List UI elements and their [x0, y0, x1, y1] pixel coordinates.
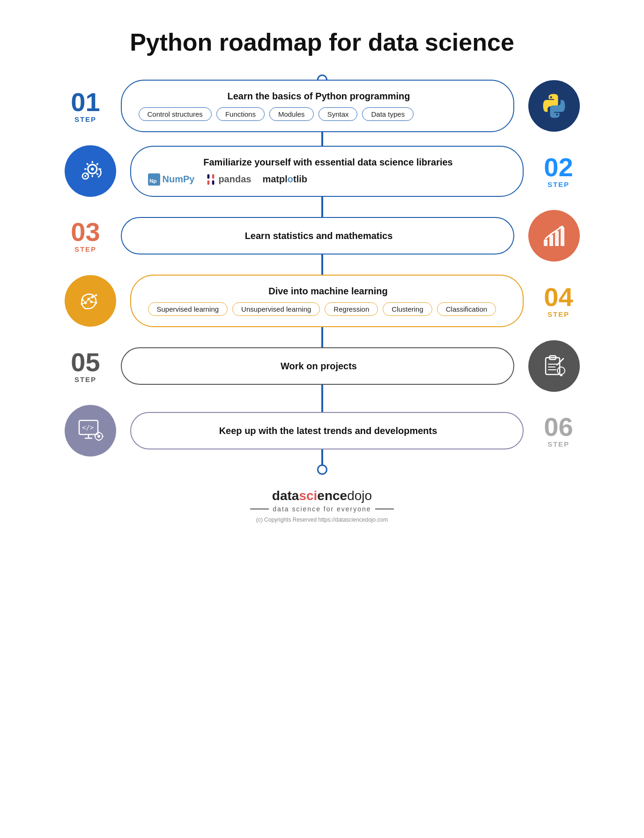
- step-title-5: Work on projects: [139, 361, 499, 372]
- tag-modules: Modules: [269, 107, 314, 121]
- libs-row: Np NumPy pandas matplotlib: [148, 173, 308, 186]
- svg-point-53: [97, 435, 100, 438]
- matplotlib-lib: matplotlib: [262, 174, 307, 185]
- chart-svg: [539, 221, 569, 251]
- gears-icon: [65, 145, 116, 197]
- svg-rect-4: [207, 180, 210, 184]
- pandas-icon: [206, 173, 216, 186]
- step-label-1: STEP: [74, 115, 96, 123]
- step-label-2: STEP: [548, 180, 570, 188]
- svg-point-7: [91, 168, 94, 171]
- projects-svg: [539, 351, 569, 381]
- step-card-3: Learn statistics and mathematics: [121, 217, 514, 254]
- tag-data-types: Data types: [362, 107, 414, 121]
- step-row-3: 03 STEP Learn statistics and mathematics: [65, 210, 580, 262]
- chart-icon: [528, 210, 580, 262]
- step-card-5: Work on projects: [121, 347, 514, 385]
- python-icon: [528, 80, 580, 132]
- step-title-1: Learn the basics of Python programming: [139, 91, 499, 102]
- brand-ence: ence: [317, 488, 347, 503]
- step-card-2: Familiarize yourself with essential data…: [130, 146, 524, 197]
- step-content-3: Learn statistics and mathematics: [139, 231, 499, 241]
- step-title-6: Keep up with the latest trends and devel…: [148, 426, 509, 436]
- step-num-6: 06: [544, 414, 573, 440]
- svg-point-31: [95, 294, 97, 296]
- python-logo-svg: [538, 90, 570, 122]
- svg-text:</>: </>: [82, 424, 94, 431]
- tag-functions: Functions: [216, 107, 265, 121]
- gears-svg: [74, 155, 106, 187]
- step-card-6: Keep up with the latest trends and devel…: [130, 412, 524, 449]
- tag-syntax: Syntax: [318, 107, 358, 121]
- projects-icon: [528, 340, 580, 392]
- footer: datasciencedojo data science for everyon…: [250, 488, 393, 523]
- svg-line-13: [96, 173, 98, 175]
- step-title-4: Dive into machine learning: [148, 286, 509, 297]
- step-num-3: 03: [71, 219, 100, 245]
- brand-sci: sci: [299, 488, 317, 503]
- tag-control-structures: Control structures: [139, 107, 212, 121]
- footer-copyright: (c) Copyrights Reserved https://datascie…: [256, 516, 388, 523]
- step-number-3: 03 STEP: [65, 219, 107, 253]
- svg-line-27: [88, 299, 91, 302]
- step-num-5: 05: [71, 349, 100, 375]
- svg-line-28: [85, 299, 88, 303]
- svg-line-43: [558, 359, 563, 364]
- page-title: Python roadmap for data science: [130, 28, 514, 56]
- tag-unsupervised: Unsupervised learning: [232, 302, 320, 316]
- svg-point-40: [557, 367, 565, 374]
- step-row-5: 05 STEP Work on projects: [65, 340, 580, 392]
- step-row-1: 01 STEP Learn the basics of Python progr…: [65, 80, 580, 132]
- step-num-4: 04: [544, 284, 573, 310]
- line-circle-bottom: [317, 464, 327, 475]
- step-content-5: Work on projects: [139, 361, 499, 372]
- step-label-3: STEP: [74, 245, 96, 253]
- step-title-3: Learn statistics and mathematics: [139, 231, 499, 241]
- svg-text:Np: Np: [149, 178, 156, 183]
- ml-icon: [65, 275, 116, 327]
- svg-line-12: [87, 164, 88, 165]
- step-title-2: Familiarize yourself with essential data…: [148, 157, 509, 168]
- svg-rect-19: [544, 239, 548, 246]
- tag-clustering: Clustering: [383, 302, 432, 316]
- step-row-6: 06 STEP Keep up with the latest trends a…: [65, 405, 580, 456]
- brand-dojo: dojo: [347, 488, 372, 503]
- step-tags-1: Control structures Functions Modules Syn…: [139, 107, 414, 121]
- step-label-4: STEP: [548, 310, 570, 318]
- tag-classification: Classification: [437, 302, 496, 316]
- svg-point-37: [81, 299, 83, 301]
- tag-supervised: Supervised learning: [148, 302, 228, 316]
- step-number-4: 04 STEP: [538, 284, 580, 318]
- numpy-icon: Np: [148, 173, 160, 186]
- brand-data: data: [272, 488, 299, 503]
- tag-regression: Regression: [325, 302, 378, 316]
- step-number-5: 05 STEP: [65, 349, 107, 383]
- svg-point-35: [81, 303, 82, 305]
- step-card-1: Learn the basics of Python programming C…: [121, 80, 514, 132]
- svg-rect-2: [207, 174, 210, 178]
- svg-point-17: [84, 175, 86, 177]
- pandas-lib: pandas: [206, 173, 251, 186]
- footer-brand: datasciencedojo: [272, 488, 372, 503]
- footer-tagline: data science for everyone: [250, 505, 393, 513]
- step-label-6: STEP: [548, 440, 570, 448]
- step-row-2: 02 STEP Familiarize yourself with essent…: [65, 145, 580, 197]
- svg-point-33: [95, 302, 97, 304]
- step-number-1: 01 STEP: [65, 89, 107, 123]
- svg-rect-21: [555, 231, 559, 246]
- code-svg: </>: [75, 416, 105, 446]
- step-num-1: 01: [71, 89, 100, 115]
- numpy-lib: Np NumPy: [148, 173, 195, 186]
- step-content-6: Keep up with the latest trends and devel…: [148, 426, 509, 436]
- code-icon: </>: [65, 405, 116, 456]
- step-label-5: STEP: [74, 375, 96, 383]
- step-num-2: 02: [544, 154, 573, 180]
- steps-container: 01 STEP Learn the basics of Python progr…: [65, 80, 580, 470]
- step-row-4: 04 STEP Dive into machine learning Super…: [65, 275, 580, 327]
- svg-rect-20: [549, 235, 553, 246]
- step-card-4: Dive into machine learning Supervised le…: [130, 275, 524, 327]
- step-tags-4: Supervised learning Unsupervised learnin…: [148, 302, 496, 316]
- svg-rect-22: [561, 227, 564, 246]
- svg-rect-5: [212, 180, 215, 184]
- ml-svg: [75, 285, 106, 316]
